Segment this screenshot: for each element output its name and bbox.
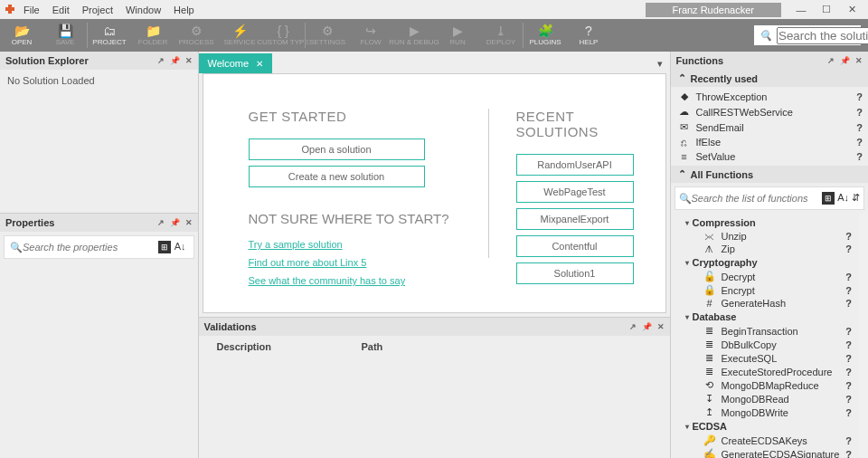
welcome-link[interactable]: See what the community has to say [249,275,461,286]
search-solution-input[interactable] [777,27,868,44]
welcome-link[interactable]: Try a sample solution [249,239,461,250]
user-name[interactable]: Franz Rudenacker [646,3,782,17]
help-icon[interactable]: ? [856,151,863,162]
help-icon[interactable]: ? [856,122,863,133]
help-icon[interactable]: ? [845,449,852,459]
all-functions-header[interactable]: ⌃ All Functions [671,166,869,183]
properties-search-input[interactable] [23,242,158,253]
help-icon[interactable]: ? [845,272,852,282]
function-item[interactable]: 🔓Decrypt? [675,270,856,283]
panel-pin-icon[interactable]: 📌 [170,218,180,227]
functions-search-input[interactable] [692,193,823,204]
view-expand-icon[interactable]: ⇵ [852,192,860,205]
help-icon[interactable]: ? [856,91,863,102]
search-solution[interactable]: 🔍 [754,25,861,45]
scrollbar[interactable] [859,214,868,458]
tab-dropdown[interactable]: ▾ [650,53,670,73]
help-icon[interactable]: ? [845,285,852,296]
function-item[interactable]: ≡SetValue? [671,149,869,164]
help-icon[interactable]: ? [856,137,863,148]
help-icon[interactable]: ? [845,339,852,350]
view-category-icon[interactable]: ⊞ [822,192,835,205]
sort-alpha-icon[interactable]: A↓ [175,241,186,253]
function-item[interactable]: ✉SendEmail? [671,119,869,135]
toolbar-plugins[interactable]: 🧩PLUGINS [524,19,567,52]
help-icon[interactable]: ? [856,107,863,118]
menu-window[interactable]: Window [126,5,161,15]
close-button[interactable]: ✕ [839,1,864,18]
panel-dock-icon[interactable]: ↗ [157,218,165,227]
function-item[interactable]: ↧MongoDBRead? [675,392,856,406]
function-item[interactable]: ≣DbBulkCopy? [675,338,856,351]
function-name: Zip [722,243,841,254]
function-item[interactable]: ⩚Zip? [675,243,856,255]
help-icon[interactable]: ? [845,243,852,254]
function-item[interactable]: ≣ExecuteSQL? [675,351,856,365]
recent-solution-button[interactable]: MixpanelExport [516,208,634,230]
view-sort-icon[interactable]: A↓ [837,192,849,205]
function-category[interactable]: Database [675,310,856,324]
menu-project[interactable]: Project [82,5,113,15]
function-icon: ☁ [678,106,691,118]
function-item[interactable]: ≣BeginTransaction? [675,324,856,338]
function-item[interactable]: 🔑CreateECDSAKeys? [675,434,856,447]
panel-pin-icon[interactable]: 📌 [642,322,652,331]
function-item[interactable]: 🔒Encrypt? [675,283,856,297]
menu-help[interactable]: Help [174,5,194,15]
create-solution-button[interactable]: Create a new solution [249,166,425,187]
panel-dock-icon[interactable]: ↗ [157,56,165,65]
open-solution-button[interactable]: Open a solution [249,138,425,160]
function-item[interactable]: ⩙Unzip? [675,230,856,243]
toolbar-project[interactable]: 🗂PROJECT [88,19,131,52]
close-icon[interactable]: ✕ [256,59,263,69]
panel-pin-icon[interactable]: 📌 [170,56,180,65]
panel-close-icon[interactable]: ✕ [657,322,665,331]
help-icon[interactable]: ? [845,231,852,242]
function-item[interactable]: ↥MongoDBWrite? [675,406,856,419]
help-icon[interactable]: ? [845,353,852,364]
function-category[interactable]: Cryptography [675,255,856,270]
function-item[interactable]: ✍GenerateECDSASignature? [675,447,856,458]
welcome-screen: GET STARTED Open a solution Create a new… [203,73,666,313]
function-category[interactable]: ECDSA [675,419,856,434]
function-category[interactable]: Compression [675,215,856,230]
function-item[interactable]: #GenerateHash? [675,297,856,310]
function-item[interactable]: ⟲MongoDBMapReduce? [675,378,856,392]
toolbar-help[interactable]: ?HELP [567,19,610,52]
panel-close-icon[interactable]: ✕ [185,218,193,227]
panel-dock-icon[interactable]: ↗ [629,322,637,331]
recent-solution-button[interactable]: WebPageTest [516,181,634,203]
recent-solution-button[interactable]: Contentful [516,235,634,257]
menu-edit[interactable]: Edit [52,5,70,15]
toolbar-open[interactable]: 📂OPEN [0,19,43,52]
function-item[interactable]: ☁CallRESTWebService? [671,104,869,119]
menu-file[interactable]: File [24,5,40,15]
function-item[interactable]: ≣ExecuteStoredProcedure? [675,365,856,378]
tab-welcome[interactable]: Welcome ✕ [199,53,273,73]
function-item[interactable]: ◆ThrowException? [671,89,869,104]
panel-close-icon[interactable]: ✕ [855,56,863,65]
search-icon: 🔍 [679,193,692,205]
help-icon[interactable]: ? [845,298,852,309]
panel-dock-icon[interactable]: ↗ [827,56,835,65]
function-icon: ⎌ [678,137,691,148]
function-icon: 🔓 [703,271,716,282]
sort-category-icon[interactable]: ⊞ [158,241,171,253]
recently-used-header[interactable]: ⌃ Recently used [671,70,869,87]
minimize-button[interactable]: — [788,1,814,18]
panel-pin-icon[interactable]: 📌 [840,56,850,65]
function-item[interactable]: ⎌IfElse? [671,135,869,149]
toolbar: 📂OPEN💾SAVE🗂PROJECT📁FOLDER⚙PROCESS⚡SERVIC… [0,19,868,52]
help-icon[interactable]: ? [845,407,852,418]
help-icon[interactable]: ? [845,380,852,391]
help-icon[interactable]: ? [845,367,852,377]
welcome-link[interactable]: Find out more about Linx 5 [249,257,461,268]
toolbar-icon: ⤓ [495,24,506,37]
recent-solution-button[interactable]: Solution1 [516,262,634,284]
help-icon[interactable]: ? [845,326,852,337]
help-icon[interactable]: ? [845,435,852,446]
help-icon[interactable]: ? [845,394,852,405]
panel-close-icon[interactable]: ✕ [185,56,193,65]
maximize-button[interactable]: ☐ [814,1,839,18]
recent-solution-button[interactable]: RandomUserAPI [516,154,634,176]
